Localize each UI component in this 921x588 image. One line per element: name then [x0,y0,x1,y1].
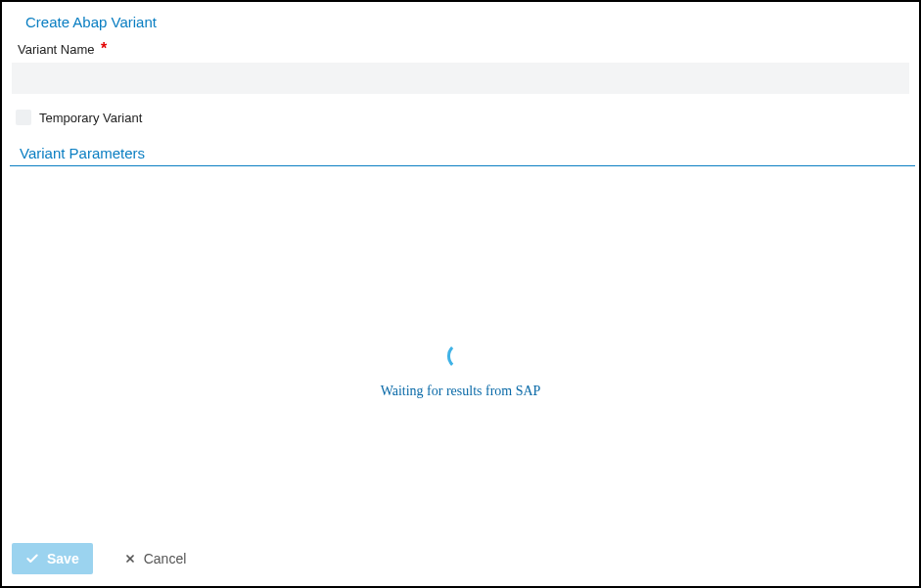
check-icon [25,552,39,565]
temporary-variant-checkbox[interactable] [16,110,31,125]
variant-name-label: Variant Name [12,42,95,57]
temporary-variant-row: Temporary Variant [2,94,919,141]
required-asterisk-icon: * [101,40,107,57]
cancel-button-label: Cancel [144,551,187,566]
dialog-footer: Save Cancel [2,531,919,586]
dialog-title: Create Abap Variant [2,2,919,40]
cancel-button[interactable]: Cancel [111,543,201,574]
save-button-label: Save [47,551,79,566]
variant-parameters-section-title: Variant Parameters [10,141,915,166]
loading-area: Waiting for results from SAP [2,166,919,399]
dialog-scroll-area[interactable]: Create Abap Variant Variant Name * Tempo… [2,2,919,533]
loading-message: Waiting for results from SAP [2,384,919,399]
variant-name-group: Variant Name * [2,40,919,94]
variant-name-input[interactable] [12,63,909,94]
spinner-icon [447,342,475,370]
close-icon [124,553,136,565]
save-button[interactable]: Save [12,543,93,574]
temporary-variant-label: Temporary Variant [39,111,142,125]
